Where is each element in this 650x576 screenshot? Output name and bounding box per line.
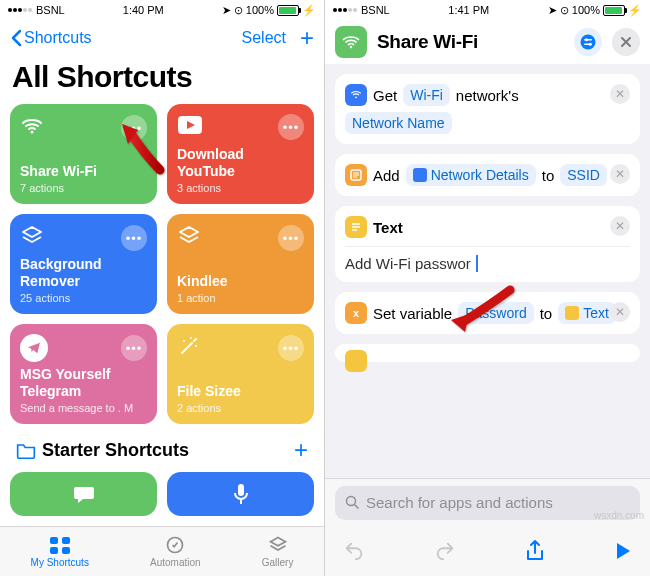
starter-tile-1[interactable] <box>10 472 157 516</box>
svg-point-15 <box>355 96 357 98</box>
tile-title: File Sizee <box>177 383 304 400</box>
editor-toolbar <box>325 526 650 576</box>
tile-file-sizee[interactable]: ••• File Sizee 2 actions <box>167 324 314 424</box>
add-shortcut-button[interactable]: + <box>300 24 314 52</box>
tab-my-shortcuts[interactable]: My Shortcuts <box>31 535 89 568</box>
text-action-icon <box>345 350 367 372</box>
action-text: Add <box>373 167 400 184</box>
page-title: All Shortcuts <box>0 56 324 104</box>
starter-shortcuts-folder[interactable]: Starter Shortcuts <box>16 440 189 461</box>
dictionary-action-icon <box>345 164 367 186</box>
battery-icon <box>277 5 299 16</box>
battery-percent: 100% <box>246 4 274 16</box>
svg-point-3 <box>195 345 197 347</box>
tile-sub: Send a message to . M <box>20 402 147 414</box>
svg-point-4 <box>190 337 192 339</box>
layers-icon <box>20 224 44 252</box>
wifi-token[interactable]: Wi-Fi <box>403 84 450 106</box>
svg-rect-5 <box>238 484 244 496</box>
gallery-icon <box>266 535 290 555</box>
add-starter-button[interactable]: + <box>294 436 308 464</box>
starter-tile-2[interactable] <box>167 472 314 516</box>
undo-button[interactable] <box>343 540 365 562</box>
status-bar: BSNL 1:40 PM ➤ ⊙ 100% ⚡ <box>0 0 324 20</box>
remove-action-button[interactable]: ✕ <box>610 84 630 104</box>
run-button[interactable] <box>614 541 632 561</box>
text-token[interactable]: Text <box>558 302 616 324</box>
wifi-action-icon <box>345 84 367 106</box>
svg-rect-6 <box>50 537 58 544</box>
svg-point-14 <box>589 43 592 46</box>
sliders-icon <box>579 33 597 51</box>
text-input[interactable]: Add Wi-Fi passwor <box>345 246 630 272</box>
action-text[interactable]: ✕ Text Add Wi-Fi passwor <box>335 206 640 282</box>
tile-msg-telegram[interactable]: ••• MSG Yourself Telegram Send a message… <box>10 324 157 424</box>
select-button[interactable]: Select <box>242 29 286 47</box>
action-partial[interactable] <box>335 344 640 362</box>
svg-rect-8 <box>50 547 58 554</box>
action-get-wifi[interactable]: ✕ Get Wi-Fi network's Network Name <box>335 74 640 144</box>
alarm-icon: ⊙ <box>560 4 569 17</box>
svg-point-2 <box>183 340 185 342</box>
watermark: wsxdn.com <box>594 510 644 521</box>
mic-icon <box>233 483 249 505</box>
tile-more-button[interactable]: ••• <box>278 225 304 251</box>
wifi-icon <box>341 32 361 52</box>
tile-more-button[interactable]: ••• <box>121 225 147 251</box>
remove-action-button[interactable]: ✕ <box>610 302 630 322</box>
editor-title[interactable]: Share Wi-Fi <box>377 31 564 53</box>
grid-icon <box>48 535 72 555</box>
action-text: Get <box>373 87 397 104</box>
tab-gallery[interactable]: Gallery <box>262 535 294 568</box>
search-icon <box>345 495 360 510</box>
share-button[interactable] <box>525 539 545 563</box>
battery-icon <box>603 5 625 16</box>
svg-point-12 <box>581 35 596 50</box>
network-name-token[interactable]: Network Name <box>345 112 452 134</box>
youtube-icon <box>177 115 203 139</box>
action-add-dictionary[interactable]: ✕ Add Network Details to SSID <box>335 154 640 196</box>
folder-icon <box>16 441 36 459</box>
tile-sub: 2 actions <box>177 402 304 414</box>
tile-more-button[interactable]: ••• <box>278 114 304 140</box>
shortcut-editor-screen: BSNL 1:41 PM ➤ ⊙ 100% ⚡ Share Wi-Fi <box>325 0 650 576</box>
tile-kindlee[interactable]: ••• Kindlee 1 action <box>167 214 314 314</box>
text-mini-icon <box>565 306 579 320</box>
svg-point-11 <box>350 46 353 49</box>
back-label: Shortcuts <box>24 29 92 47</box>
tile-more-button[interactable]: ••• <box>121 335 147 361</box>
signal-dots-icon <box>333 8 357 12</box>
starter-label: Starter Shortcuts <box>42 440 189 461</box>
battery-percent: 100% <box>572 4 600 16</box>
automation-icon <box>163 535 187 555</box>
editor-header: Share Wi-Fi <box>325 20 650 64</box>
status-bar: BSNL 1:41 PM ➤ ⊙ 100% ⚡ <box>325 0 650 20</box>
redo-button[interactable] <box>434 540 456 562</box>
annotation-arrow-left <box>110 120 170 184</box>
svg-point-13 <box>585 38 588 41</box>
tab-automation[interactable]: Automation <box>150 535 201 568</box>
carrier-label: BSNL <box>361 4 390 16</box>
back-button[interactable]: Shortcuts <box>10 29 92 47</box>
tile-title: Background Remover <box>20 256 147 290</box>
tile-background-remover[interactable]: ••• Background Remover 25 actions <box>10 214 157 314</box>
ssid-token[interactable]: SSID <box>560 164 607 186</box>
network-details-token[interactable]: Network Details <box>406 164 536 186</box>
tab-bar: My Shortcuts Automation Gallery <box>0 526 324 576</box>
settings-button[interactable] <box>574 28 602 56</box>
location-icon: ➤ <box>548 4 557 17</box>
telegram-icon <box>20 334 48 362</box>
wifi-mini-icon <box>413 168 427 182</box>
clock: 1:40 PM <box>123 4 164 16</box>
remove-action-button[interactable]: ✕ <box>610 164 630 184</box>
layers-icon <box>177 224 201 252</box>
remove-action-button[interactable]: ✕ <box>610 216 630 236</box>
tile-more-button[interactable]: ••• <box>278 335 304 361</box>
svg-rect-9 <box>62 547 70 554</box>
bolt-icon: ⚡ <box>628 4 642 17</box>
tile-download-youtube[interactable]: ••• Download YouTube 3 actions <box>167 104 314 204</box>
shortcut-app-icon[interactable] <box>335 26 367 58</box>
close-button[interactable] <box>612 28 640 56</box>
wand-icon <box>177 334 201 362</box>
alarm-icon: ⊙ <box>234 4 243 17</box>
